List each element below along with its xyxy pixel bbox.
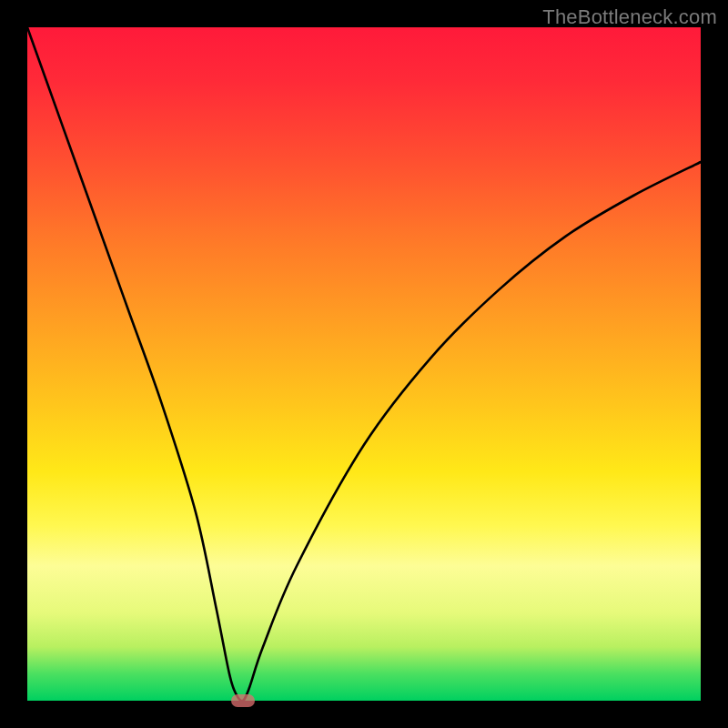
chart-frame: TheBottleneck.com [0,0,728,728]
bottleneck-curve [27,27,701,701]
plot-area [27,27,701,701]
watermark-text: TheBottleneck.com [542,5,717,29]
minimum-marker [231,694,255,707]
